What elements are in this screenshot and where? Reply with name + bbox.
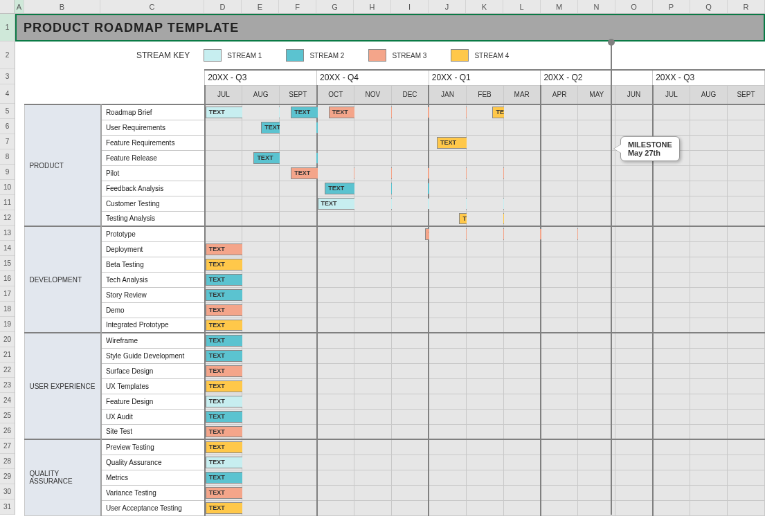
data-cell[interactable] <box>429 378 466 394</box>
col-header-D[interactable]: D <box>204 0 242 13</box>
data-cell[interactable] <box>391 120 429 135</box>
month-cell[interactable]: AUG <box>690 85 728 104</box>
data-cell[interactable] <box>727 196 764 211</box>
data-cell[interactable] <box>280 257 317 272</box>
data-cell[interactable] <box>391 165 429 181</box>
data-cell[interactable] <box>503 409 541 424</box>
data-cell[interactable] <box>466 135 503 150</box>
data-cell[interactable]: TEXT <box>280 165 317 181</box>
data-cell[interactable] <box>391 272 429 287</box>
data-cell[interactable] <box>690 439 728 455</box>
data-cell[interactable] <box>317 241 354 257</box>
data-cell[interactable] <box>317 470 354 485</box>
row-header-13[interactable]: 13 <box>0 226 15 241</box>
data-cell[interactable]: TEXT <box>205 257 242 272</box>
data-cell[interactable] <box>280 211 317 226</box>
task-cell[interactable]: Variance Testing <box>101 485 205 500</box>
data-cell[interactable] <box>242 439 280 455</box>
data-cell[interactable] <box>429 318 466 333</box>
data-cell[interactable] <box>280 287 317 302</box>
data-cell[interactable] <box>578 439 615 455</box>
data-cell[interactable] <box>205 165 242 181</box>
task-cell[interactable]: Metrics <box>101 470 205 485</box>
data-cell[interactable] <box>503 333 541 348</box>
data-cell[interactable]: TEXT <box>205 272 242 287</box>
row-header-30[interactable]: 30 <box>0 484 15 499</box>
data-cell[interactable] <box>354 196 391 211</box>
row-header-25[interactable]: 25 <box>0 408 15 423</box>
data-cell[interactable] <box>727 455 764 470</box>
data-cell[interactable] <box>317 424 354 439</box>
data-cell[interactable] <box>354 455 391 470</box>
data-cell[interactable] <box>429 241 466 257</box>
data-cell[interactable] <box>317 363 354 378</box>
data-cell[interactable] <box>653 333 690 348</box>
data-cell[interactable] <box>242 196 280 211</box>
gantt-table[interactable]: 20XX - Q320XX - Q420XX - Q120XX - Q220XX… <box>15 69 765 516</box>
data-cell[interactable] <box>242 272 280 287</box>
data-cell[interactable] <box>429 104 466 120</box>
row-header-28[interactable]: 28 <box>0 454 15 469</box>
data-cell[interactable]: TEXT <box>205 394 242 409</box>
data-cell[interactable] <box>317 150 354 165</box>
data-cell[interactable] <box>503 455 541 470</box>
data-cell[interactable] <box>541 378 578 394</box>
data-cell[interactable] <box>615 302 653 318</box>
data-cell[interactable] <box>354 318 391 333</box>
data-cell[interactable] <box>690 302 728 318</box>
data-cell[interactable] <box>242 302 280 318</box>
data-cell[interactable] <box>615 439 653 455</box>
data-cell[interactable]: TEXT <box>317 196 354 211</box>
data-cell[interactable] <box>429 181 466 196</box>
data-cell[interactable] <box>317 302 354 318</box>
data-cell[interactable] <box>317 378 354 394</box>
month-cell[interactable]: APR <box>541 85 578 104</box>
data-cell[interactable] <box>429 424 466 439</box>
data-cell[interactable] <box>541 150 578 165</box>
data-cell[interactable] <box>653 378 690 394</box>
data-cell[interactable] <box>354 241 391 257</box>
data-cell[interactable] <box>466 470 503 485</box>
task-cell[interactable]: Beta Testing <box>101 257 205 272</box>
data-cell[interactable] <box>317 135 354 150</box>
task-cell[interactable]: User Requirements <box>101 120 205 135</box>
data-cell[interactable] <box>503 120 541 135</box>
data-cell[interactable] <box>242 135 280 150</box>
data-cell[interactable] <box>690 135 728 150</box>
data-cell[interactable] <box>541 211 578 226</box>
data-cell[interactable] <box>242 424 280 439</box>
data-cell[interactable] <box>503 135 541 150</box>
data-cell[interactable] <box>578 226 615 241</box>
data-cell[interactable] <box>466 439 503 455</box>
col-header-A[interactable]: A <box>15 0 24 13</box>
data-cell[interactable] <box>242 470 280 485</box>
data-cell[interactable] <box>503 500 541 515</box>
data-cell[interactable] <box>541 104 578 120</box>
data-cell[interactable] <box>317 165 354 181</box>
data-cell[interactable] <box>354 287 391 302</box>
data-cell[interactable] <box>615 318 653 333</box>
data-cell[interactable] <box>615 104 653 120</box>
data-cell[interactable] <box>578 409 615 424</box>
data-cell[interactable] <box>653 363 690 378</box>
data-cell[interactable] <box>653 196 690 211</box>
quarter-cell[interactable]: 20XX - Q1 <box>429 70 541 85</box>
data-cell[interactable] <box>391 181 429 196</box>
data-cell[interactable] <box>653 104 690 120</box>
task-cell[interactable]: Integrated Prototype <box>101 318 205 333</box>
data-cell[interactable] <box>615 211 653 226</box>
data-cell[interactable] <box>391 104 429 120</box>
data-cell[interactable] <box>391 409 429 424</box>
data-cell[interactable] <box>317 439 354 455</box>
data-cell[interactable] <box>541 135 578 150</box>
data-cell[interactable] <box>653 302 690 318</box>
data-cell[interactable] <box>541 439 578 455</box>
row-header-24[interactable]: 24 <box>0 393 15 408</box>
data-cell[interactable] <box>578 500 615 515</box>
data-cell[interactable] <box>317 287 354 302</box>
task-cell[interactable]: Quality Assurance <box>101 455 205 470</box>
data-cell[interactable] <box>727 363 764 378</box>
data-cell[interactable] <box>653 257 690 272</box>
data-cell[interactable] <box>690 485 728 500</box>
data-cell[interactable] <box>727 318 764 333</box>
